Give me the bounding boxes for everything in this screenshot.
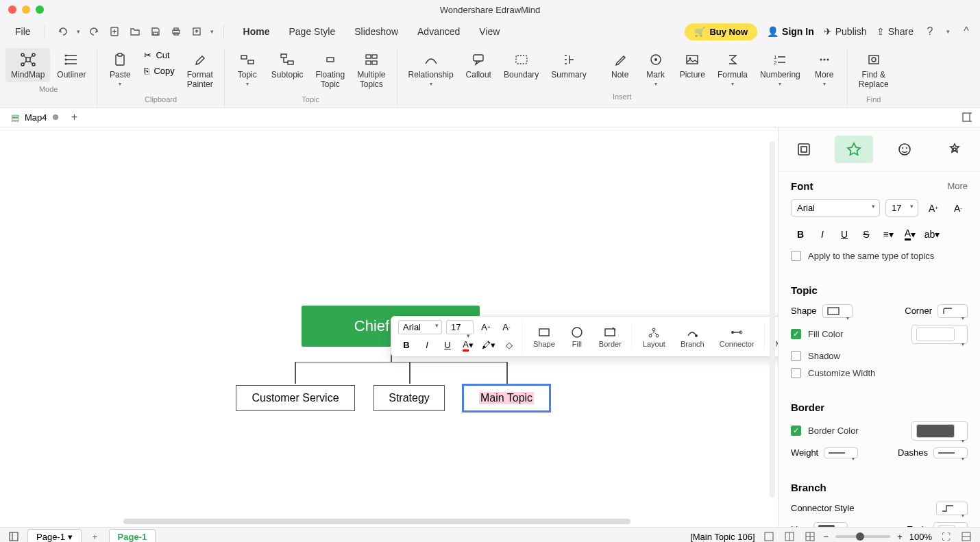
underline-button[interactable]: U [439, 337, 456, 354]
connector-style-select[interactable] [936, 502, 968, 515]
canvas[interactable]: Chief Mark Customer Service Strategy Mai… [0, 127, 778, 527]
add-page-button[interactable]: + [88, 530, 102, 542]
redo-button[interactable] [87, 25, 101, 38]
layout-tool[interactable]: Layout [637, 323, 671, 349]
relationship-button[interactable]: Relationship▾ [403, 48, 459, 90]
font-size-panel-select[interactable]: 17 [885, 199, 918, 217]
page-panel-toggle[interactable] [7, 530, 21, 542]
fit-page-button[interactable] [959, 530, 973, 542]
picture-button[interactable]: Picture [674, 48, 711, 82]
menu-advanced[interactable]: Advanced [409, 22, 468, 41]
export-button[interactable] [190, 25, 204, 38]
font-family-select[interactable]: Arial [398, 320, 442, 334]
outliner-mode-button[interactable]: Outliner [51, 48, 91, 82]
border-tool[interactable]: Border [593, 323, 627, 349]
sign-in-button[interactable]: 👤 Sign In [767, 26, 814, 37]
panel-tab-icon[interactable] [885, 136, 924, 163]
copy-button[interactable]: ⎘Copy [138, 64, 180, 78]
border-color-select[interactable] [911, 421, 968, 441]
menu-home[interactable]: Home [235, 22, 278, 41]
connector-tool[interactable]: Connector [714, 323, 760, 349]
panel-tab-style[interactable] [785, 136, 823, 163]
font-family-panel-select[interactable]: Arial [791, 199, 880, 217]
fullscreen-button[interactable]: ⛶ [939, 530, 953, 542]
view-mode-3[interactable] [803, 530, 817, 542]
font-size-select[interactable]: 17 [446, 320, 474, 334]
menu-page-style[interactable]: Page Style [280, 22, 343, 41]
italic-panel-button[interactable]: I [813, 225, 832, 244]
clear-format-button[interactable]: ◇ [501, 337, 517, 354]
mindmap-mode-button[interactable]: MindMap [5, 48, 50, 82]
floating-topic-button[interactable]: Floating Topic [310, 48, 350, 93]
case-panel-button[interactable]: ab▾ [922, 225, 942, 244]
font-color-panel-button[interactable]: A▾ [901, 225, 920, 244]
callout-button[interactable]: Callout [461, 48, 497, 82]
help-button[interactable]: ? [923, 25, 937, 38]
buy-now-button[interactable]: 🛒 Buy Now [685, 23, 757, 40]
font-more-button[interactable]: More [947, 181, 968, 191]
dashes-select[interactable] [933, 447, 968, 458]
increase-font-button[interactable]: A+ [478, 319, 494, 336]
more-insert-button[interactable]: More▾ [807, 48, 842, 90]
child-node-2[interactable]: Strategy [373, 385, 445, 411]
increase-font-panel[interactable]: A+ [924, 199, 943, 218]
boundary-button[interactable]: Boundary [498, 48, 544, 82]
document-tab[interactable]: ▤ Map4 [4, 110, 65, 125]
bold-button[interactable]: B [398, 337, 415, 354]
corner-select[interactable] [938, 304, 968, 318]
zoom-out-button[interactable]: − [824, 532, 829, 542]
child-node-1[interactable]: Customer Service [236, 385, 355, 411]
add-tab-button[interactable]: + [68, 110, 82, 124]
vertical-scrollbar[interactable] [770, 141, 775, 497]
formula-button[interactable]: Formula▾ [712, 48, 753, 90]
menu-view[interactable]: View [471, 22, 508, 41]
shape-select[interactable] [822, 304, 853, 318]
summary-button[interactable]: Summary [546, 48, 591, 82]
view-mode-1[interactable] [762, 530, 776, 542]
decrease-font-button[interactable]: A- [498, 319, 515, 336]
panel-tab-format[interactable] [835, 136, 873, 163]
zoom-slider[interactable] [835, 535, 890, 538]
page-select[interactable]: Page-1 ▾ [27, 529, 82, 542]
decrease-font-panel[interactable]: A- [948, 199, 968, 218]
open-button[interactable] [128, 25, 142, 38]
underline-panel-button[interactable]: U [835, 225, 854, 244]
topic-button[interactable]: Topic▾ [230, 48, 265, 90]
fill-color-select[interactable] [911, 325, 968, 344]
cut-button[interactable]: ✂Cut [138, 48, 180, 62]
format-painter-button[interactable]: Format Painter [182, 48, 219, 93]
font-color-button[interactable]: A▾ [460, 337, 476, 354]
share-button[interactable]: ⇪ Share [877, 26, 914, 37]
highlight-button[interactable]: 🖍▾ [480, 337, 497, 354]
branch-topic-select[interactable] [933, 522, 968, 527]
apply-same-checkbox[interactable] [791, 251, 801, 261]
align-panel-button[interactable]: ≡▾ [879, 225, 898, 244]
line-color-select[interactable] [813, 522, 848, 527]
panel-tab-clipart[interactable] [935, 136, 974, 163]
undo-button[interactable] [56, 25, 70, 38]
menu-file[interactable]: File [7, 22, 39, 41]
border-color-checkbox[interactable]: ✓ [791, 426, 801, 436]
save-button[interactable] [149, 25, 162, 38]
mark-button[interactable]: Mark▾ [639, 48, 673, 90]
numbering-button[interactable]: 12Numbering▾ [755, 48, 806, 90]
horizontal-scrollbar[interactable] [123, 519, 630, 524]
zoom-in-button[interactable]: + [897, 532, 903, 542]
weight-select[interactable] [824, 447, 858, 458]
find-replace-button[interactable]: Find & Replace [853, 48, 894, 93]
print-button[interactable] [169, 25, 183, 38]
italic-button[interactable]: I [419, 337, 435, 354]
strikethrough-panel-button[interactable]: S [857, 225, 876, 244]
fill-tool[interactable]: Fill [565, 323, 589, 349]
shadow-checkbox[interactable] [791, 351, 801, 361]
note-button[interactable]: Note [603, 48, 637, 82]
page-tab-1[interactable]: Page-1 [109, 529, 156, 542]
view-mode-2[interactable] [783, 530, 796, 542]
branch-tool[interactable]: Branch [675, 323, 710, 349]
fill-color-checkbox[interactable]: ✓ [791, 329, 801, 339]
menu-slideshow[interactable]: Slideshow [346, 22, 406, 41]
minimize-window-button[interactable] [22, 5, 30, 14]
collapse-ribbon-button[interactable]: ^ [959, 25, 973, 38]
bold-panel-button[interactable]: B [791, 225, 810, 244]
multiple-topics-button[interactable]: Multiple Topics [352, 48, 391, 93]
